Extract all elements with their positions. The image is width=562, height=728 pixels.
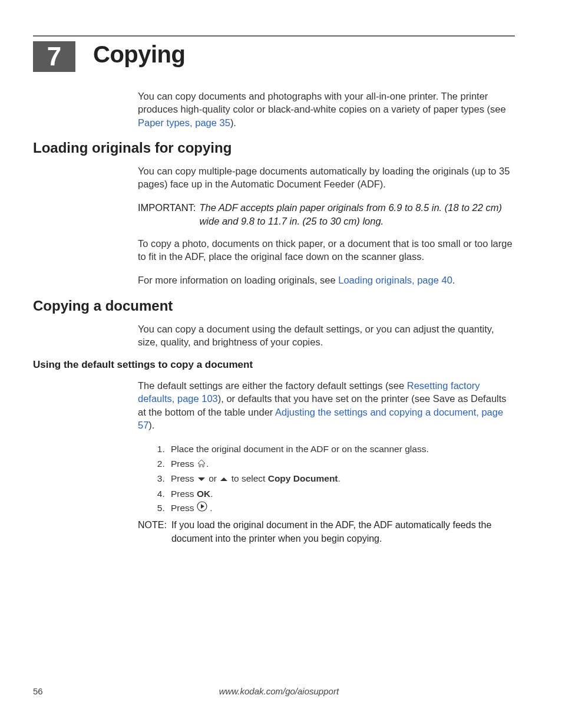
footer: 56 www.kodak.com/go/aiosupport xyxy=(33,686,515,696)
arrow-up-icon xyxy=(219,472,229,487)
important-text: The ADF accepts plain paper originals fr… xyxy=(199,201,515,228)
section1-p1: You can copy multiple-page documents aut… xyxy=(138,164,515,191)
step-5-post: . xyxy=(207,503,213,513)
play-circle-icon xyxy=(197,501,207,516)
steps-list: Place the original document in the ADF o… xyxy=(157,442,515,516)
step-3-pre: Press xyxy=(171,473,197,483)
paper-types-link[interactable]: Paper types, page 35 xyxy=(138,117,230,128)
step-2-post: . xyxy=(206,459,209,469)
step-4-bold: OK xyxy=(197,489,210,499)
page-number: 56 xyxy=(33,686,43,696)
important-block: IMPORTANT: The ADF accepts plain paper o… xyxy=(138,201,515,228)
section1-p3-pre: For more information on loading original… xyxy=(138,275,338,285)
intro-paragraph: You can copy documents and photographs w… xyxy=(138,90,515,129)
note-text: If you load the original document in the… xyxy=(171,519,515,545)
step-2-pre: Press xyxy=(171,459,197,469)
section2-p2-pre: The default settings are either the fact… xyxy=(138,380,407,391)
note-block: NOTE: If you load the original document … xyxy=(138,519,515,545)
step-5: Press . xyxy=(167,501,515,516)
step-3-mid2: to select xyxy=(229,473,267,483)
loading-originals-link[interactable]: Loading originals, page 40 xyxy=(338,275,452,285)
chapter-number: 7 xyxy=(47,42,61,71)
chapter-number-box: 7 xyxy=(33,41,75,72)
step-3-bold: Copy Document xyxy=(268,473,338,483)
arrow-down-icon xyxy=(197,472,206,487)
section2-heading: Copying a document xyxy=(33,298,515,314)
step-1-text: Place the original document in the ADF o… xyxy=(171,444,429,454)
step-3-mid: or xyxy=(206,473,219,483)
chapter-header: 7 Copying xyxy=(33,41,515,72)
section1-p3: For more information on loading original… xyxy=(138,274,515,286)
section2-p1: You can copy a document using the defaul… xyxy=(138,322,515,349)
step-4-pre: Press xyxy=(171,489,197,499)
step-3-post: . xyxy=(338,473,340,483)
section1-p3-post: . xyxy=(452,275,455,285)
step-2: Press . xyxy=(167,457,515,472)
step-5-pre: Press xyxy=(171,503,197,513)
section2-sub-heading: Using the default settings to copy a doc… xyxy=(33,359,515,371)
step-1: Place the original document in the ADF o… xyxy=(167,442,515,457)
step-4-post: . xyxy=(210,489,213,499)
intro-text-post: ). xyxy=(230,117,236,128)
step-4: Press OK. xyxy=(167,487,515,502)
section2-p2-post: ). xyxy=(148,420,154,430)
section1-heading: Loading originals for copying xyxy=(33,140,515,156)
top-rule xyxy=(33,35,515,37)
important-label: IMPORTANT: xyxy=(138,201,196,228)
note-label: NOTE: xyxy=(138,519,167,545)
section1-p2: To copy a photo, documents on thick pape… xyxy=(138,237,515,263)
home-icon xyxy=(197,457,206,472)
intro-text-pre: You can copy documents and photographs w… xyxy=(138,91,506,114)
chapter-title: Copying xyxy=(93,41,185,68)
footer-url: www.kodak.com/go/aiosupport xyxy=(43,686,515,696)
section2-p2: The default settings are either the fact… xyxy=(138,379,515,431)
step-3: Press or to select Copy Document. xyxy=(167,472,515,486)
